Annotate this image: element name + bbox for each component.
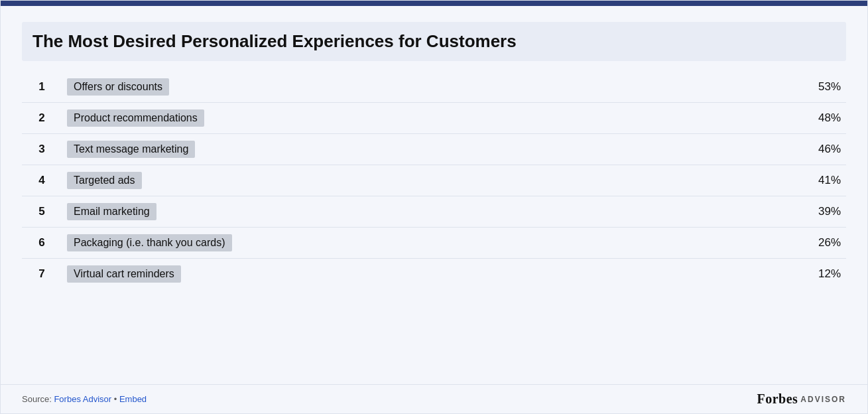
label-cell: Packaging (i.e. thank you cards) bbox=[62, 228, 701, 259]
main-container: The Most Desired Personalized Experience… bbox=[0, 0, 868, 414]
pct-cell: 12% bbox=[701, 259, 846, 290]
top-bar bbox=[1, 1, 867, 6]
source-label: Source: bbox=[22, 394, 54, 404]
table-row: 5Email marketing39% bbox=[22, 196, 846, 228]
label-cell: Email marketing bbox=[62, 196, 701, 228]
footer: Source: Forbes Advisor • Embed Forbes AD… bbox=[1, 384, 867, 413]
rank-cell: 7 bbox=[22, 259, 62, 290]
embed-link[interactable]: Embed bbox=[119, 394, 147, 404]
table-row: 4Targeted ads41% bbox=[22, 165, 846, 196]
data-table: 1Offers or discounts53%2Product recommen… bbox=[22, 72, 846, 289]
table-row: 2Product recommendations48% bbox=[22, 103, 846, 134]
advisor-label: ADVISOR bbox=[800, 395, 846, 404]
table-row: 6Packaging (i.e. thank you cards)26% bbox=[22, 228, 846, 259]
inner-content: The Most Desired Personalized Experience… bbox=[1, 6, 867, 300]
label-cell: Product recommendations bbox=[62, 103, 701, 134]
label-tag: Offers or discounts bbox=[67, 78, 169, 96]
source-separator: • bbox=[111, 394, 119, 404]
pct-cell: 41% bbox=[701, 165, 846, 196]
label-cell: Text message marketing bbox=[62, 134, 701, 165]
pct-cell: 39% bbox=[701, 196, 846, 228]
label-tag: Product recommendations bbox=[67, 109, 204, 127]
rank-cell: 1 bbox=[22, 72, 62, 103]
source-attribution: Source: Forbes Advisor • Embed bbox=[22, 394, 147, 404]
label-cell: Targeted ads bbox=[62, 165, 701, 196]
label-tag: Text message marketing bbox=[67, 141, 195, 158]
forbes-name: Forbes bbox=[757, 391, 798, 407]
rank-cell: 2 bbox=[22, 103, 62, 134]
rank-cell: 5 bbox=[22, 196, 62, 228]
rank-cell: 4 bbox=[22, 165, 62, 196]
pct-cell: 53% bbox=[701, 72, 846, 103]
pct-cell: 26% bbox=[701, 228, 846, 259]
label-tag: Virtual cart reminders bbox=[67, 265, 181, 283]
table-row: 1Offers or discounts53% bbox=[22, 72, 846, 103]
table-row: 7Virtual cart reminders12% bbox=[22, 259, 846, 290]
label-cell: Offers or discounts bbox=[62, 72, 701, 103]
pct-cell: 48% bbox=[701, 103, 846, 134]
source-link[interactable]: Forbes Advisor bbox=[54, 394, 111, 404]
pct-cell: 46% bbox=[701, 134, 846, 165]
table-row: 3Text message marketing46% bbox=[22, 134, 846, 165]
rank-cell: 3 bbox=[22, 134, 62, 165]
label-tag: Packaging (i.e. thank you cards) bbox=[67, 234, 232, 251]
label-tag: Targeted ads bbox=[67, 172, 142, 189]
rank-cell: 6 bbox=[22, 228, 62, 259]
label-tag: Email marketing bbox=[67, 203, 156, 220]
label-cell: Virtual cart reminders bbox=[62, 259, 701, 290]
forbes-logo: Forbes ADVISOR bbox=[757, 391, 846, 407]
chart-title: The Most Desired Personalized Experience… bbox=[22, 22, 846, 61]
